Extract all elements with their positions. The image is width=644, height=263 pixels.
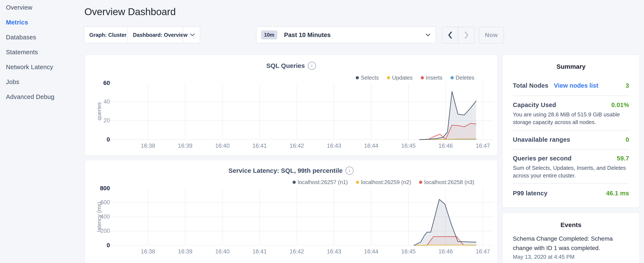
- y-axis-title: queries: [96, 102, 102, 120]
- toolbar-divider: [183, 27, 183, 43]
- y-tick-label: 0: [89, 242, 110, 249]
- y-tick-label: 800: [89, 185, 110, 192]
- summary-label: Capacity Used: [513, 102, 556, 109]
- summary-row-capacity-used: Capacity Used 0.01%: [513, 102, 629, 109]
- time-range-badge: 10m: [261, 31, 277, 39]
- sidebar-item-overview[interactable]: Overview: [6, 0, 82, 15]
- x-tick-label: 16:41: [245, 248, 274, 255]
- x-tick-label: 16:45: [394, 143, 423, 149]
- graph-scope-dropdown-label: Graph: Cluster: [89, 32, 126, 38]
- sidebar-item-metrics[interactable]: Metrics: [6, 15, 82, 30]
- time-back-button[interactable]: [442, 27, 458, 43]
- summary-row-unavailable-ranges: Unavailable ranges 0: [513, 136, 629, 143]
- divider: [513, 183, 629, 184]
- y-tick-label: 0: [89, 136, 110, 143]
- time-range-label: Past 10 Minutes: [284, 32, 330, 39]
- y-tick-label: 60: [89, 80, 110, 86]
- summary-row-queries-per-second: Queries per second 59.7: [513, 155, 629, 162]
- x-tick-label: 16:46: [431, 248, 460, 255]
- x-tick-label: 16:44: [356, 248, 386, 255]
- x-tick-label: 16:43: [319, 248, 349, 255]
- sidebar-item-advanced-debug[interactable]: Advanced Debug: [6, 89, 82, 104]
- dashboard-dropdown-label: Dashboard: Overview: [133, 32, 188, 38]
- summary-title: Summary: [502, 63, 639, 70]
- summary-value: 0.01%: [611, 102, 629, 109]
- service-latency-chart-card: Service Latency: SQL, 99th percentile i …: [84, 160, 498, 263]
- summary-description: Sum of Selects, Updates, Inserts, and De…: [513, 164, 630, 179]
- x-tick-label: 16:39: [170, 143, 200, 149]
- x-tick-label: 16:43: [319, 143, 349, 149]
- event-timestamp: May 13, 2020 at 4:45 PM: [513, 254, 575, 260]
- summary-value: 3: [626, 82, 629, 89]
- view-nodes-list-link[interactable]: View nodes list: [554, 82, 598, 89]
- time-range-dropdown[interactable]: 10m Past 10 Minutes: [256, 27, 436, 43]
- x-tick-label: 16:38: [133, 143, 163, 149]
- summary-label: P99 latency: [513, 190, 548, 197]
- summary-value: 59.7: [617, 155, 629, 162]
- x-tick-label: 16:47: [468, 248, 498, 255]
- x-tick-label: 16:38: [133, 248, 163, 255]
- summary-row-total-nodes: Total Nodes View nodes list 3: [513, 82, 629, 89]
- x-tick-label: 16:46: [431, 143, 460, 149]
- chevron-down-icon: [190, 34, 195, 36]
- chevron-right-icon: [463, 31, 470, 39]
- summary-value: 46.1 ms: [606, 190, 629, 197]
- sidebar: Overview Metrics Databases Statements Ne…: [6, 0, 82, 104]
- event-message: Schema Change Completed: Schema change w…: [513, 234, 625, 253]
- chevron-down-icon: [426, 34, 430, 37]
- summary-panel: Summary Total Nodes View nodes list 3 Ca…: [502, 55, 640, 208]
- summary-label: Queries per second: [513, 155, 572, 162]
- sql-queries-chart-card: SQL Queries i SelectsUpdatesInsertsDelet…: [84, 55, 498, 156]
- time-forward-button[interactable]: [458, 27, 474, 43]
- events-title: Events: [502, 221, 639, 228]
- summary-value: 0: [626, 136, 629, 143]
- x-tick-label: 16:40: [208, 143, 237, 149]
- summary-row-p99-latency: P99 latency 46.1 ms: [513, 190, 629, 197]
- summary-label: Total Nodes: [513, 82, 548, 89]
- sidebar-item-databases[interactable]: Databases: [6, 30, 82, 45]
- sidebar-item-network-latency[interactable]: Network Latency: [6, 60, 82, 75]
- y-axis-title: latency (ms): [96, 202, 102, 232]
- divider: [513, 149, 629, 150]
- x-tick-label: 16:42: [282, 143, 312, 149]
- chart-canvas[interactable]: [85, 160, 498, 263]
- x-tick-label: 16:44: [356, 143, 386, 149]
- sidebar-item-jobs[interactable]: Jobs: [6, 75, 82, 89]
- x-tick-label: 16:42: [282, 248, 312, 255]
- divider: [513, 96, 629, 96]
- chevron-left-icon: [446, 31, 454, 39]
- x-tick-label: 16:39: [170, 248, 200, 255]
- divider: [513, 130, 629, 131]
- events-panel: Events Schema Change Completed: Schema c…: [502, 212, 640, 263]
- sidebar-item-statements[interactable]: Statements: [6, 45, 82, 60]
- dashboard-dropdown[interactable]: Dashboard: Overview: [128, 27, 200, 43]
- now-button[interactable]: Now: [479, 27, 504, 43]
- chart-canvas[interactable]: [85, 55, 498, 156]
- x-tick-label: 16:40: [208, 248, 237, 255]
- time-step-buttons: [442, 27, 475, 43]
- page-title: Overview Dashboard: [84, 6, 176, 18]
- x-tick-label: 16:41: [245, 143, 274, 149]
- x-tick-label: 16:47: [468, 143, 498, 149]
- summary-label: Unavailable ranges: [513, 136, 570, 143]
- summary-description: You are using 28.6 MiB of 515.9 GiB usab…: [513, 111, 630, 126]
- x-tick-label: 16:45: [394, 248, 423, 255]
